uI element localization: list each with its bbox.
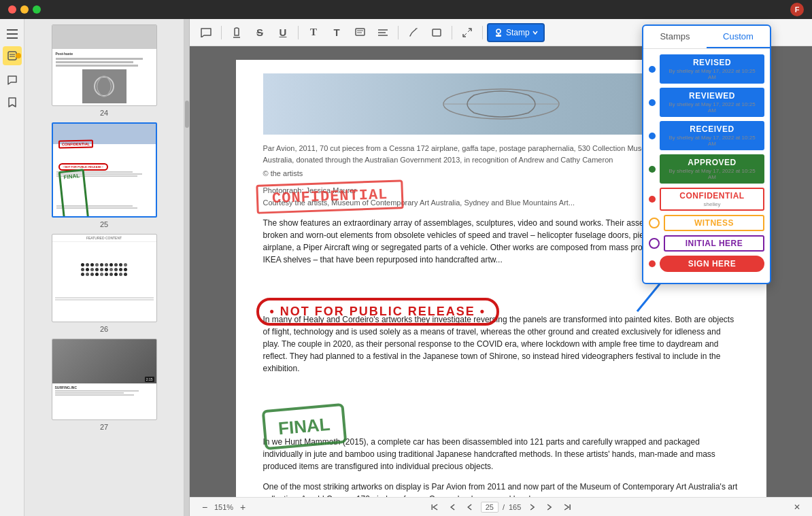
next-page-btn[interactable] [525, 501, 539, 513]
thumbnail-number-27: 27 [100, 423, 108, 431]
align-btn[interactable] [372, 23, 394, 42]
close-window-button[interactable] [8, 5, 16, 14]
last-page-button[interactable] [560, 501, 574, 513]
zoom-out-button[interactable]: − [198, 501, 212, 513]
thumbnail-number: 24 [100, 109, 108, 117]
highlight-tool-btn[interactable] [226, 23, 248, 42]
stamp-item-witness[interactable]: WITNESS [649, 215, 764, 231]
thumbnail-item[interactable]: Post-haste 24 [30, 24, 178, 117]
separator-3 [398, 26, 399, 39]
document-para4: One of the most striking artworks on dis… [263, 481, 739, 498]
close-panel-button[interactable]: ✕ [790, 501, 804, 513]
text-serif-btn[interactable]: T [303, 23, 324, 42]
stamp-label-confidential: CONFIDENTIAL [665, 191, 759, 201]
freehand-btn[interactable] [403, 23, 424, 42]
thumbnail-number-25: 25 [100, 220, 108, 228]
text-sans-btn[interactable]: T [326, 23, 348, 42]
minimize-window-button[interactable] [20, 5, 29, 14]
page-separator: / [503, 503, 505, 511]
stamp-dot-confidential [649, 196, 656, 203]
svg-rect-3 [8, 52, 16, 60]
bookmark-sidebar-icon[interactable] [3, 92, 22, 111]
stamp-badge-initial: INITIAL HERE [664, 235, 764, 252]
page-navigation: 25 / 165 [428, 501, 575, 513]
stamp-badge-approved: APPROVED By shelley at May 17, 2022 at 1… [660, 154, 764, 184]
total-pages: 165 [509, 503, 521, 511]
stamp-sub-confidential: shelley [665, 201, 759, 207]
stamps-panel-tabs: Stamps Custom [643, 26, 770, 49]
stamp-item-approved[interactable]: APPROVED By shelley at May 17, 2022 at 1… [649, 154, 764, 184]
stamp-tool-button[interactable]: Stamp [487, 23, 545, 42]
zoom-btn[interactable] [456, 23, 478, 42]
thumbnail-item-26[interactable]: FEATURED CONTENT [30, 234, 178, 333]
stamp-label-initial: INITIAL HERE [669, 239, 759, 248]
prev-page-button[interactable] [445, 501, 459, 513]
underline-tool-btn[interactable]: U [272, 23, 294, 42]
thumbnail-image-25: CONFIDENTIAL • NOT FOR PUBLIC RELEASE • … [52, 122, 157, 218]
stamp-btn-label: Stamp [506, 28, 530, 37]
svg-rect-9 [356, 29, 365, 35]
stamp-label-witness: WITNESS [669, 218, 759, 228]
stamp-dot-witness [649, 218, 660, 228]
thumbnail-item-27[interactable]: 2:15 SURFING.INC 27 [30, 339, 178, 431]
stamp-label-received: RECEIVED [665, 124, 759, 134]
zoom-level: 151% [214, 503, 233, 511]
stamp-dot-revised [649, 66, 656, 73]
stamps-panel: Stamps Custom REVISED By shelley at May … [642, 24, 771, 284]
strikethrough-tool-btn[interactable]: S [249, 23, 271, 42]
stamp-badge-witness: WITNESS [664, 215, 764, 231]
stamp-item-received[interactable]: RECEIVED By shelley at May 17, 2022 at 1… [649, 121, 764, 150]
thumbnail-image-26: FEATURED CONTENT [52, 234, 157, 322]
stamp-dot-initial [649, 238, 660, 249]
user-avatar[interactable]: F [790, 3, 804, 16]
stamp-label-approved: APPROVED [665, 158, 759, 167]
stamp-item-confidential[interactable]: CONFIDENTIAL shelley [649, 188, 764, 211]
svg-point-18 [496, 29, 501, 33]
stamp-sub-revised: By shelley at May 17, 2022 at 10:25 AM [665, 68, 759, 80]
shape-btn[interactable] [426, 23, 447, 42]
stamp-badge-revised: REVISED By shelley at May 17, 2022 at 10… [660, 54, 764, 84]
separator-1 [221, 26, 222, 39]
bottom-close-area: ✕ [790, 501, 804, 513]
svg-rect-1 [7, 33, 18, 35]
callout-btn[interactable] [349, 23, 371, 42]
stamp-badge-received: RECEIVED By shelley at May 17, 2022 at 1… [660, 121, 764, 150]
next-page-btn2[interactable] [543, 501, 556, 513]
titlebar: F [0, 0, 812, 19]
svg-rect-15 [433, 29, 441, 36]
stamp-item-reviewed[interactable]: REVIEWED By shelley at May 17, 2022 at 1… [649, 88, 764, 117]
stamp-badge-confidential: CONFIDENTIAL shelley [660, 188, 764, 211]
stamp-badge-sign: SIGN HERE [660, 256, 764, 272]
comment-sidebar-icon[interactable] [3, 71, 22, 90]
prev-page-btn2[interactable] [463, 501, 477, 513]
separator-5 [482, 26, 483, 39]
stamps-tab-custom[interactable]: Custom [707, 26, 770, 48]
thumbnail-scrollbar[interactable] [184, 19, 190, 516]
stamp-dot-received [649, 133, 656, 139]
sidebar-toggle-icon[interactable] [3, 24, 22, 44]
stamp-dot-sign [649, 260, 656, 267]
stamp-item-revised[interactable]: REVISED By shelley at May 17, 2022 at 10… [649, 54, 764, 84]
svg-rect-6 [82, 69, 126, 103]
comment-tool-btn[interactable] [195, 23, 217, 42]
stamp-sub-received: By shelley at May 17, 2022 at 10:25 AM [665, 135, 759, 147]
stamp-dot-approved [649, 166, 656, 173]
stamp-item-sign-here[interactable]: SIGN HERE [649, 256, 764, 272]
zoom-in-button[interactable]: + [236, 501, 250, 513]
first-page-button[interactable] [428, 501, 441, 513]
zoom-controls: − 151% + [198, 501, 250, 513]
document-para2: In many of Healy and Cordeiro's artworks… [263, 313, 739, 375]
notification-dot [16, 53, 21, 58]
stamp-badge-reviewed: REVIEWED By shelley at May 17, 2022 at 1… [660, 88, 764, 117]
stamps-tab-stamps[interactable]: Stamps [643, 26, 707, 48]
stamp-label-sign: SIGN HERE [665, 259, 759, 269]
stamp-sub-approved: By shelley at May 17, 2022 at 10:25 AM [665, 168, 759, 180]
stamp-item-initial-here[interactable]: INITIAL HERE [649, 235, 764, 252]
maximize-window-button[interactable] [33, 5, 41, 14]
current-page-number[interactable]: 25 [481, 502, 498, 513]
svg-rect-19 [496, 35, 501, 37]
stamp-sub-reviewed: By shelley at May 17, 2022 at 10:25 AM [665, 101, 759, 114]
thumbnail-number-26: 26 [100, 325, 108, 333]
window-controls[interactable] [8, 5, 41, 14]
thumbnail-item-current[interactable]: CONFIDENTIAL • NOT FOR PUBLIC RELEASE • … [30, 122, 178, 228]
